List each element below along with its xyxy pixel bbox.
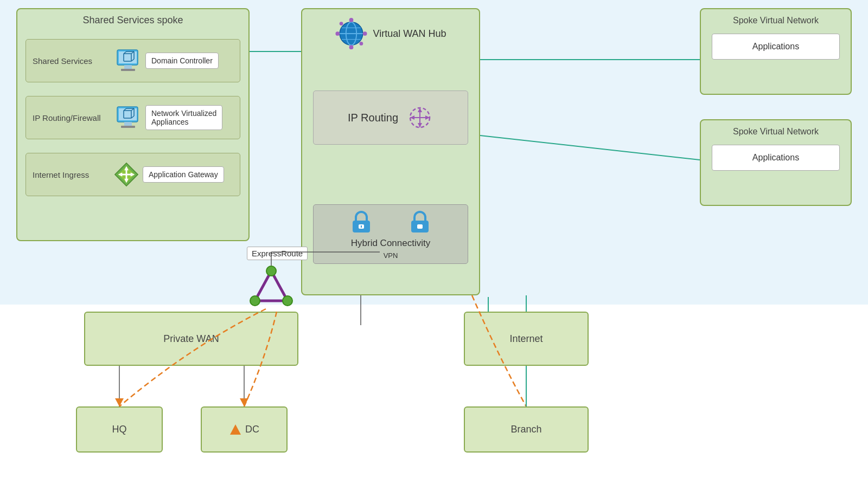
- branch-box: Branch: [464, 406, 589, 453]
- main-canvas: Shared Services spoke Shared Services: [0, 0, 868, 478]
- svg-point-38: [359, 42, 363, 46]
- hq-box: HQ: [76, 406, 163, 453]
- ip-routing-row: IP Routing/Firewall Network Virtualized …: [25, 96, 240, 139]
- dc-arrow-icon: [229, 423, 242, 436]
- ip-routing-label: IP Routing/Firewall: [26, 113, 113, 122]
- shared-services-label: Shared Services: [26, 56, 113, 66]
- shared-services-row: Shared Services Domain Controller: [25, 39, 240, 82]
- wan-hub-title: Virtual WAN Hub: [373, 28, 446, 40]
- spoke-vnet-top: Spoke Virtual Network Applications: [700, 8, 852, 95]
- internet-ingress-label: Internet Ingress: [26, 170, 113, 179]
- svg-rect-1: [124, 65, 132, 69]
- appgw-box: Application Gateway: [143, 166, 224, 183]
- dc-box: DC: [201, 406, 288, 453]
- private-wan-box: Private WAN: [84, 312, 298, 366]
- expressroute-label: ExpressRoute: [247, 247, 308, 260]
- svg-point-54: [283, 296, 292, 306]
- spoke-vnet-bottom-title: Spoke Virtual Network: [701, 120, 851, 137]
- triangle-network-icon: [247, 266, 296, 311]
- svg-rect-11: [124, 122, 132, 126]
- svg-point-34: [349, 45, 354, 49]
- internet-ingress-row: Internet Ingress Application Gateway: [25, 153, 240, 196]
- spoke-vnet-bottom: Spoke Virtual Network Applications: [700, 119, 852, 206]
- hq-label: HQ: [112, 424, 127, 435]
- svg-point-53: [250, 296, 260, 306]
- hybrid-connectivity-box: Hybrid Connectivity VPN: [313, 204, 468, 264]
- lock-icon-right: [407, 209, 433, 235]
- globe-icon: [335, 17, 367, 50]
- svg-rect-2: [121, 69, 135, 71]
- routing-icon: [406, 104, 433, 131]
- svg-rect-12: [121, 126, 135, 128]
- hybrid-connectivity-label: Hybrid Connectivity: [351, 237, 430, 249]
- svg-point-33: [349, 18, 354, 22]
- spoke-vnet-top-title: Spoke Virtual Network: [701, 9, 851, 25]
- apps-box-top: Applications: [712, 34, 840, 60]
- lock-icon-left: [348, 209, 374, 235]
- nva-box: Network Virtualized Appliances: [145, 105, 222, 130]
- shared-services-spoke: Shared Services spoke Shared Services: [16, 8, 250, 241]
- svg-point-52: [266, 266, 276, 276]
- domain-controller-box: Domain Controller: [145, 53, 219, 69]
- ip-routing-inner-box: IP Routing: [313, 91, 468, 145]
- internet-box: Internet: [464, 312, 589, 366]
- wan-hub: Virtual WAN Hub IP Routing: [301, 8, 480, 295]
- private-wan-label: Private WAN: [163, 333, 219, 345]
- svg-point-37: [340, 22, 343, 25]
- vpn-label: VPN: [384, 251, 398, 260]
- branch-label: Branch: [510, 424, 541, 435]
- hybrid-icons: [348, 209, 433, 235]
- dc-label: DC: [245, 424, 259, 435]
- svg-rect-50: [417, 224, 423, 229]
- svg-marker-55: [230, 424, 241, 435]
- wan-hub-header: Virtual WAN Hub: [335, 17, 446, 50]
- monitor-icon-1: [113, 46, 143, 76]
- spoke-title: Shared Services spoke: [82, 15, 183, 26]
- ip-routing-inner-label: IP Routing: [348, 112, 398, 124]
- apps-box-bottom: Applications: [712, 145, 840, 171]
- internet-label: Internet: [509, 333, 542, 345]
- appgw-icon: [113, 161, 140, 188]
- svg-point-36: [363, 31, 367, 36]
- svg-point-35: [335, 31, 340, 36]
- monitor-icon-2: [113, 103, 143, 133]
- svg-line-58: [480, 135, 700, 160]
